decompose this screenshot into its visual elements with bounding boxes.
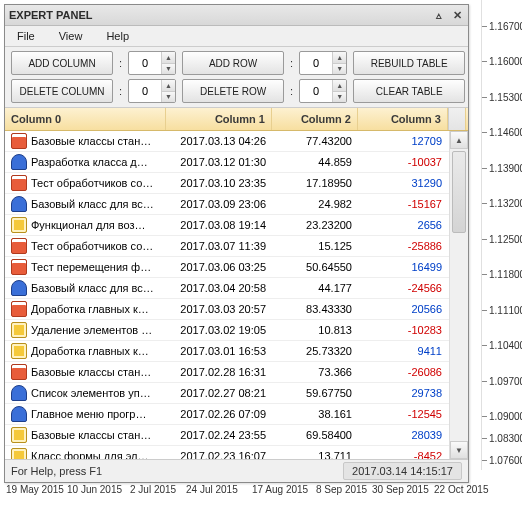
close-icon[interactable]: ✕ <box>450 8 464 22</box>
add-row-spinner[interactable]: 0 ▲▼ <box>299 51 347 75</box>
cell-value3: -10037 <box>358 156 448 168</box>
table-row[interactable]: Базовые классы стан…2017.02.24 23:5569.5… <box>5 425 468 446</box>
delete-column-button[interactable]: DELETE COLUMN <box>11 79 113 103</box>
cell-value2: 25.73320 <box>272 345 358 357</box>
cell-name: Тест обработчиков со… <box>5 175 166 191</box>
titlebar[interactable]: EXPERT PANEL ▵ ✕ <box>5 5 468 26</box>
price-tick-label: 1.16700 <box>489 21 522 32</box>
spin-down-icon[interactable]: ▼ <box>161 64 175 75</box>
date-tick-label: 17 Aug 2015 <box>252 484 308 495</box>
table-row[interactable]: Список элементов уп…2017.02.27 08:2159.6… <box>5 383 468 404</box>
cell-date: 2017.03.07 11:39 <box>166 240 272 252</box>
price-tick-label: 1.09700 <box>489 376 522 387</box>
clear-table-button[interactable]: CLEAR TABLE <box>353 79 465 103</box>
cell-value3: 16499 <box>358 261 448 273</box>
table-row[interactable]: Базовые классы стан…2017.03.13 04:2677.4… <box>5 131 468 152</box>
row-icon <box>11 427 27 443</box>
vertical-scrollbar[interactable]: ▲ ▼ <box>449 131 468 459</box>
menubar: File View Help <box>5 26 468 47</box>
table-row[interactable]: Удаление элементов …2017.03.02 19:0510.8… <box>5 320 468 341</box>
row-icon <box>11 217 27 233</box>
price-tick-label: 1.12500 <box>489 234 522 245</box>
table-row[interactable]: Базовые классы стан…2017.02.28 16:3173.3… <box>5 362 468 383</box>
price-tick-label: 1.08300 <box>489 433 522 444</box>
table-row[interactable]: Разработка класса д…2017.03.12 01:3044.8… <box>5 152 468 173</box>
spin-up-icon[interactable]: ▲ <box>161 52 175 64</box>
cell-date: 2017.03.08 19:14 <box>166 219 272 231</box>
table-row[interactable]: Базовый класс для вс…2017.03.04 20:5844.… <box>5 278 468 299</box>
cell-name: Класс формы для эл… <box>5 448 166 459</box>
table-row[interactable]: Тест обработчиков со…2017.03.07 11:3915.… <box>5 236 468 257</box>
add-column-button[interactable]: ADD COLUMN <box>11 51 113 75</box>
table-row[interactable]: Тест обработчиков со…2017.03.10 23:3517.… <box>5 173 468 194</box>
table-row[interactable]: Тест перемещения ф…2017.03.06 03:2550.64… <box>5 257 468 278</box>
menu-help[interactable]: Help <box>98 30 145 42</box>
cell-value3: -8452 <box>358 450 448 459</box>
cell-value3: 29738 <box>358 387 448 399</box>
cell-value2: 50.64550 <box>272 261 358 273</box>
price-axis: 1.167001.160001.153001.146001.139001.132… <box>481 0 522 470</box>
table-row[interactable]: Главное меню прогр…2017.02.26 07:0938.16… <box>5 404 468 425</box>
cell-date: 2017.02.28 16:31 <box>166 366 272 378</box>
cell-value2: 13.711 <box>272 450 358 459</box>
row-icon <box>11 154 27 170</box>
cell-name: Тест перемещения ф… <box>5 259 166 275</box>
col-header-0[interactable]: Column 0 <box>5 108 166 130</box>
table-body: Базовые классы стан…2017.03.13 04:2677.4… <box>5 131 468 459</box>
cell-name: Доработка главных к… <box>5 301 166 317</box>
cell-date: 2017.03.12 01:30 <box>166 156 272 168</box>
cell-name: Удаление элементов … <box>5 322 166 338</box>
expert-panel-window: EXPERT PANEL ▵ ✕ File View Help ADD COLU… <box>4 4 469 483</box>
rebuild-table-button[interactable]: REBUILD TABLE <box>353 51 465 75</box>
spin-down-icon[interactable]: ▼ <box>161 92 175 103</box>
cell-date: 2017.03.06 03:25 <box>166 261 272 273</box>
table-row[interactable]: Доработка главных к…2017.03.01 16:5325.7… <box>5 341 468 362</box>
add-column-spinner[interactable]: 0 ▲▼ <box>128 51 176 75</box>
row-icon <box>11 448 27 459</box>
add-row-button[interactable]: ADD ROW <box>182 51 284 75</box>
cell-value2: 44.859 <box>272 156 358 168</box>
col-header-2[interactable]: Column 2 <box>272 108 358 130</box>
col-header-1[interactable]: Column 1 <box>166 108 272 130</box>
status-clock: 2017.03.14 14:15:17 <box>343 462 462 480</box>
col-header-3[interactable]: Column 3 <box>358 108 448 130</box>
cell-date: 2017.02.27 08:21 <box>166 387 272 399</box>
spin-down-icon[interactable]: ▼ <box>332 92 346 103</box>
scroll-down-icon[interactable]: ▼ <box>450 441 468 459</box>
scroll-up-icon[interactable]: ▲ <box>450 131 468 149</box>
delete-column-spinner[interactable]: 0 ▲▼ <box>128 79 176 103</box>
date-tick-label: 10 Jun 2015 <box>67 484 122 495</box>
scroll-header <box>448 108 466 130</box>
cell-date: 2017.03.01 16:53 <box>166 345 272 357</box>
cell-date: 2017.03.02 19:05 <box>166 324 272 336</box>
cell-value2: 69.58400 <box>272 429 358 441</box>
cell-value3: -26086 <box>358 366 448 378</box>
cell-value3: 20566 <box>358 303 448 315</box>
minimize-icon[interactable]: ▵ <box>432 8 446 22</box>
menu-file[interactable]: File <box>9 30 51 42</box>
cell-value3: 31290 <box>358 177 448 189</box>
cell-value3: -12545 <box>358 408 448 420</box>
table-header: Column 0 Column 1 Column 2 Column 3 <box>5 108 468 131</box>
spin-up-icon[interactable]: ▲ <box>332 80 346 92</box>
table-row[interactable]: Функционал для воз…2017.03.08 19:1423.23… <box>5 215 468 236</box>
table-row[interactable]: Базовый класс для вс…2017.03.09 23:0624.… <box>5 194 468 215</box>
table-row[interactable]: Доработка главных к…2017.03.03 20:5783.4… <box>5 299 468 320</box>
cell-value2: 77.43200 <box>272 135 358 147</box>
date-tick-label: 2 Jul 2015 <box>130 484 176 495</box>
menu-view[interactable]: View <box>51 30 99 42</box>
scroll-track[interactable] <box>450 149 468 441</box>
scroll-thumb[interactable] <box>452 151 466 233</box>
cell-value3: -10283 <box>358 324 448 336</box>
delete-row-spinner[interactable]: 0 ▲▼ <box>299 79 347 103</box>
cell-name: Главное меню прогр… <box>5 406 166 422</box>
price-tick-label: 1.10400 <box>489 340 522 351</box>
cell-value3: 12709 <box>358 135 448 147</box>
table-row[interactable]: Класс формы для эл…2017.02.23 16:0713.71… <box>5 446 468 459</box>
cell-value2: 17.18950 <box>272 177 358 189</box>
spin-up-icon[interactable]: ▲ <box>161 80 175 92</box>
date-tick-label: 19 May 2015 <box>6 484 64 495</box>
spin-up-icon[interactable]: ▲ <box>332 52 346 64</box>
delete-row-button[interactable]: DELETE ROW <box>182 79 284 103</box>
spin-down-icon[interactable]: ▼ <box>332 64 346 75</box>
